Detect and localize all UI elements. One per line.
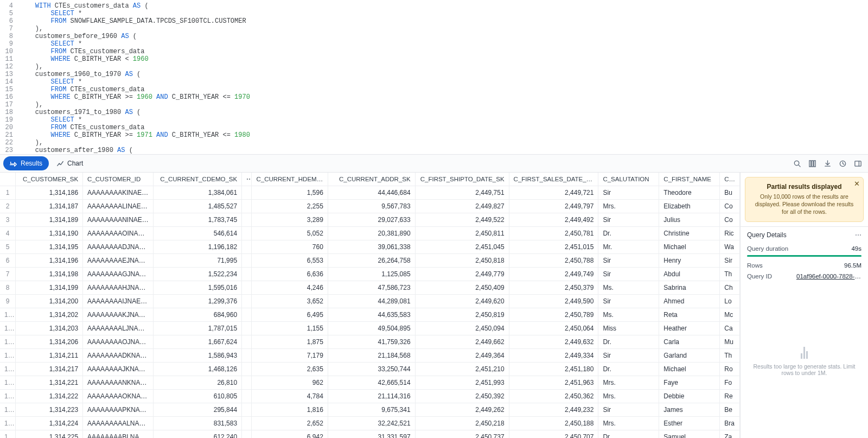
cell[interactable]: AAAAAAAANKNAEBAA [83, 376, 154, 390]
cell[interactable]: 1,485,527 [154, 200, 242, 213]
cell[interactable]: Carla [659, 335, 720, 349]
cell[interactable]: 2,450,737 [415, 430, 509, 439]
cell[interactable]: 2,449,751 [415, 186, 509, 200]
code-line[interactable]: SELECT * [20, 40, 868, 48]
history-button[interactable] [835, 156, 850, 170]
cell[interactable]: AAAAAAAAIJNAEBAA [83, 295, 154, 308]
cell[interactable]: AAAAAAAAHJNAEBAA [83, 281, 154, 295]
column-header[interactable]: C_CURRENT_CDEMO_SK [154, 173, 242, 186]
cell[interactable]: 2,449,827 [415, 200, 509, 213]
cell[interactable]: Mrs. [598, 417, 659, 430]
table-row[interactable]: 161,314,222AAAAAAAAOKNAEBAA610,8054,7842… [0, 390, 740, 403]
column-header[interactable]: C_SALUTATION [598, 173, 659, 186]
cell[interactable]: Garland [659, 349, 720, 363]
cell[interactable]: Mr. [598, 240, 659, 254]
cell[interactable]: 7,179 [252, 349, 328, 363]
cell[interactable]: 684,960 [154, 308, 242, 322]
cell[interactable]: Sir [598, 268, 659, 281]
cell[interactable]: Mc [720, 308, 740, 322]
cell[interactable]: 2,449,749 [509, 268, 598, 281]
cell[interactable]: 49,504,895 [328, 322, 415, 335]
cell[interactable]: 1,314,195 [15, 240, 82, 254]
code-line[interactable]: SELECT * [20, 10, 868, 17]
sql-editor[interactable]: 4 WITH CTEs_customers_data AS (5 SELECT … [0, 0, 868, 154]
code-line[interactable]: SELECT * [20, 78, 868, 86]
cell[interactable]: Bra [720, 417, 740, 430]
cell[interactable]: 2,449,522 [415, 213, 509, 227]
cell[interactable]: 1,314,203 [15, 322, 82, 335]
cell[interactable]: Wa [720, 240, 740, 254]
table-row[interactable]: 81,314,199AAAAAAAAHJNAEBAA1,595,0164,246… [0, 281, 740, 295]
cell[interactable]: Ahmed [659, 295, 720, 308]
cell[interactable]: 2,449,779 [415, 268, 509, 281]
cell[interactable]: 2,451,015 [509, 240, 598, 254]
cell[interactable]: 612,240 [154, 430, 242, 439]
cell[interactable]: 2,450,818 [415, 254, 509, 268]
cell[interactable]: 44,635,583 [328, 308, 415, 322]
cell[interactable]: 2,451,210 [415, 363, 509, 376]
cell[interactable]: 44,289,081 [328, 295, 415, 308]
code-line[interactable]: WHERE C_BIRTH_YEAR < 1960 [20, 55, 868, 63]
results-grid-scroll[interactable]: C_CUSTOMER_SKC_CUSTOMER_IDC_CURRENT_CDEM… [0, 173, 740, 438]
cell[interactable]: 760 [252, 240, 328, 254]
query-id-value[interactable]: 01af96ef-0000-7828-0… [796, 273, 861, 280]
table-row[interactable]: 151,314,221AAAAAAAANKNAEBAA26,81096242,6… [0, 376, 740, 390]
cell[interactable]: Ric [720, 227, 740, 240]
code-line[interactable]: customers_before_1960 AS ( [20, 33, 868, 40]
cell[interactable]: Samuel [659, 430, 720, 439]
cell[interactable]: 2,450,781 [509, 227, 598, 240]
table-row[interactable]: 51,314,195AAAAAAAADJNAEBAA1,196,18276039… [0, 240, 740, 254]
cell[interactable]: Sir [720, 254, 740, 268]
cell[interactable]: 1,314,222 [15, 390, 82, 403]
cell[interactable]: Ca [720, 322, 740, 335]
column-menu-button[interactable]: ⋯ [242, 173, 252, 186]
cell[interactable]: 71,995 [154, 254, 242, 268]
cell[interactable]: Esther [659, 417, 720, 430]
cell[interactable]: 41,759,326 [328, 335, 415, 349]
code-line[interactable]: WHERE C_BIRTH_YEAR >= 1971 AND C_BIRTH_Y… [20, 131, 868, 139]
cell[interactable]: 1,468,126 [154, 363, 242, 376]
cell[interactable]: Lo [720, 295, 740, 308]
cell[interactable]: Dr. [598, 335, 659, 349]
cell[interactable]: 5,052 [252, 227, 328, 240]
cell[interactable]: Th [720, 349, 740, 363]
cell[interactable]: Be [720, 403, 740, 417]
cell[interactable]: Mu [720, 335, 740, 349]
cell[interactable]: 9,567,783 [328, 200, 415, 213]
table-row[interactable]: 171,314,223AAAAAAAAPKNAEBAA295,8441,8169… [0, 403, 740, 417]
code-line[interactable]: ), [20, 25, 868, 33]
column-header[interactable]: C_CURRENT_ADDR_SK [328, 173, 415, 186]
cell[interactable]: 1,596 [252, 186, 328, 200]
banner-close-button[interactable]: ✕ [854, 180, 860, 188]
cell[interactable]: Sir [598, 403, 659, 417]
columns-button[interactable] [805, 156, 819, 170]
cell[interactable]: 546,614 [154, 227, 242, 240]
cell[interactable]: Sir [598, 186, 659, 200]
table-row[interactable]: 191,314,225AAAAAAAABLNAEBAA612,2406,9423… [0, 430, 740, 439]
cell[interactable]: AAAAAAAAOKNAEBAA [83, 390, 154, 403]
cell[interactable]: 6,553 [252, 254, 328, 268]
table-row[interactable]: 11,314,186AAAAAAAAKINAEBAA1,384,0611,596… [0, 186, 740, 200]
cell[interactable]: 2,449,662 [415, 335, 509, 349]
cell[interactable]: 2,450,392 [415, 390, 509, 403]
cell[interactable]: AAAAAAAAEJNAEBAA [83, 254, 154, 268]
cell[interactable]: Christine [659, 227, 720, 240]
cell[interactable]: Co [720, 213, 740, 227]
tab-results[interactable]: Results [3, 156, 49, 170]
cell[interactable]: 1,314,196 [15, 254, 82, 268]
cell[interactable]: 1,783,745 [154, 213, 242, 227]
cell[interactable]: Julius [659, 213, 720, 227]
cell[interactable]: AAAAAAAALINAEBAA [83, 200, 154, 213]
cell[interactable]: Michael [659, 240, 720, 254]
cell[interactable]: 1,196,182 [154, 240, 242, 254]
cell[interactable]: 6,495 [252, 308, 328, 322]
cell[interactable]: 2,451,045 [415, 240, 509, 254]
cell[interactable]: Fo [720, 376, 740, 390]
cell[interactable]: 21,114,316 [328, 390, 415, 403]
cell[interactable]: AAAAAAAALJNAEBAA [83, 322, 154, 335]
cell[interactable]: 1,125,085 [328, 268, 415, 281]
cell[interactable]: 32,242,521 [328, 417, 415, 430]
cell[interactable]: 21,184,568 [328, 349, 415, 363]
cell[interactable]: Sir [598, 295, 659, 308]
cell[interactable]: 1,314,221 [15, 376, 82, 390]
